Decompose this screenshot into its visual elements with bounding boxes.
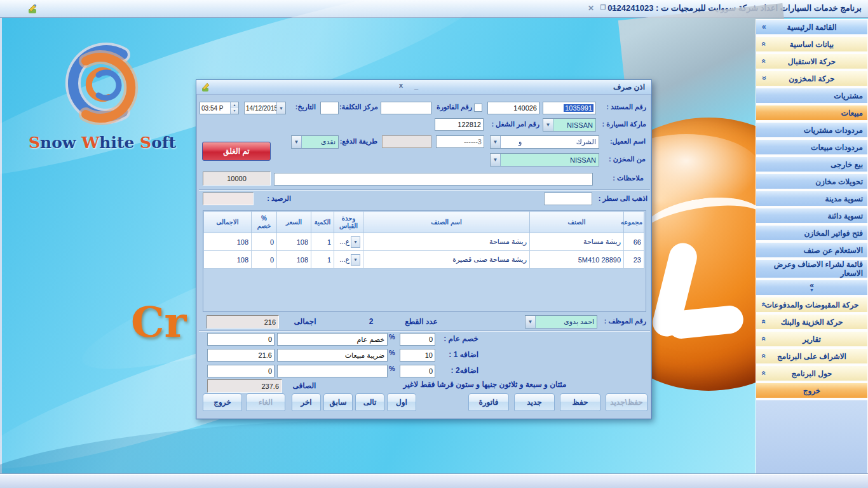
sidebar-item-8[interactable]: بيع خارجى bbox=[756, 157, 867, 172]
chevron-down-icon[interactable]: ▼ bbox=[351, 254, 360, 266]
cell-unit[interactable]: ▼ع... bbox=[334, 251, 363, 269]
dialog-button-2[interactable]: جديد bbox=[514, 393, 555, 411]
spin-down-icon[interactable]: ▼ bbox=[231, 108, 238, 114]
sidebar-label: حول البرنامج bbox=[791, 369, 832, 378]
customer-combo[interactable]: ▼ والشرك bbox=[490, 135, 599, 149]
sidebar-header-20[interactable]: »حول البرنامج bbox=[756, 366, 867, 381]
employee-combo[interactable]: ▼احمد بدوى bbox=[525, 315, 597, 329]
col-group[interactable]: مجموعه bbox=[624, 212, 644, 233]
cell-qty[interactable]: 1 bbox=[311, 233, 334, 251]
dialog-close-button[interactable]: x bbox=[396, 81, 406, 89]
sidebar-item-10[interactable]: تسوية مدينة bbox=[756, 191, 867, 206]
payment-combo[interactable]: ▼نقدى bbox=[291, 135, 339, 149]
chevron-down-icon[interactable]: ▼ bbox=[491, 136, 501, 148]
cell-total[interactable]: 108 bbox=[204, 251, 252, 269]
col-price[interactable]: السعر bbox=[277, 212, 311, 233]
col-discount[interactable]: % خصم bbox=[252, 212, 277, 233]
sidebar-label: الاستعلام عن صنف bbox=[804, 246, 863, 255]
cell-group[interactable]: 66 bbox=[624, 233, 644, 251]
spin-up-icon[interactable]: ▲ bbox=[231, 102, 238, 108]
cell-group[interactable]: 23 bbox=[624, 251, 644, 269]
dialog-titlebar[interactable]: x _ اذن صرف bbox=[196, 80, 651, 95]
col-item-name[interactable]: اسم الصنف bbox=[363, 212, 530, 233]
sidebar-header-19[interactable]: »الاشراف على البرنامج bbox=[756, 349, 867, 363]
cell-disc[interactable]: 0 bbox=[252, 251, 277, 269]
sidebar-filler bbox=[756, 400, 867, 473]
chevron-down-icon[interactable]: ▼ bbox=[543, 119, 553, 131]
sidebar-item-4[interactable]: مشتريات bbox=[756, 88, 867, 103]
table-row-0[interactable]: 66ريشة مساحةريشة مساحة▼ع...11080108 bbox=[204, 233, 644, 251]
sidebar-item-21[interactable]: خروج bbox=[756, 383, 867, 398]
table-row-1[interactable]: 235M410 28890ريشة مساحة صنى قصيرة▼ع...11… bbox=[204, 251, 644, 269]
car-brand-combo[interactable]: ▼NISSAN bbox=[543, 118, 596, 132]
sidebar-header-2[interactable]: »حركة الاستقبال bbox=[756, 54, 867, 69]
cell-qty[interactable]: 1 bbox=[311, 251, 334, 269]
invoice-checkbox[interactable] bbox=[474, 104, 482, 112]
time-spinner[interactable]: ▲▼ bbox=[230, 102, 238, 114]
cell-disc[interactable]: 0 bbox=[252, 233, 277, 251]
cell-price[interactable]: 108 bbox=[277, 251, 311, 269]
chevron-down-icon[interactable]: ▼ bbox=[491, 154, 501, 166]
dialog-minimize-button[interactable]: _ bbox=[411, 82, 421, 90]
discount-pct-input[interactable]: 0 bbox=[400, 333, 435, 346]
sidebar-header-17[interactable]: »حركة الخزينة والبنك bbox=[756, 315, 867, 329]
time-picker[interactable]: 03:54 P ▲▼ bbox=[200, 102, 239, 114]
sidebar-item-13[interactable]: الاستعلام عن صنف bbox=[756, 243, 867, 257]
cell-name[interactable]: ريشة مساحة bbox=[363, 233, 530, 251]
cell-price[interactable]: 108 bbox=[277, 233, 311, 251]
sidebar-header-18[interactable]: »تقارير bbox=[756, 332, 867, 346]
sidebar-item-6[interactable]: مردودات مشتريات bbox=[756, 123, 867, 137]
date-picker[interactable]: 14/12/2015▼ bbox=[244, 102, 286, 114]
discount-value-input[interactable]: 0 bbox=[207, 333, 275, 346]
add1-pct-input[interactable]: 10 bbox=[400, 349, 435, 362]
goto-line-input[interactable] bbox=[544, 193, 592, 205]
amount-box: 10000 bbox=[203, 172, 271, 186]
sidebar-header-16[interactable]: »حركة المقبوضات والمدفوعات bbox=[756, 297, 867, 312]
col-unit[interactable]: وحدة القياس bbox=[334, 212, 363, 233]
sidebar-item-5[interactable]: مبيعات bbox=[756, 105, 867, 120]
dialog-button-7[interactable]: اخر bbox=[292, 393, 321, 411]
warehouse-combo[interactable]: ▼NISSAN bbox=[490, 153, 599, 166]
sidebar-header-0[interactable]: »القائمة الرئيسية bbox=[756, 20, 867, 34]
chevron-down-icon[interactable]: ▼ bbox=[292, 136, 302, 148]
col-item[interactable]: الصنف bbox=[530, 212, 624, 233]
add1-name-input[interactable]: ضريبة مبيعات bbox=[277, 349, 388, 362]
add2-name-input[interactable] bbox=[277, 365, 388, 377]
cell-code[interactable]: 5M410 28890 bbox=[530, 251, 624, 269]
dialog-button-9[interactable]: خروج bbox=[203, 393, 242, 411]
cell-unit[interactable]: ▼ع... bbox=[334, 233, 363, 251]
add1-value-input[interactable]: 21.6 bbox=[207, 349, 275, 362]
dialog-button-6[interactable]: سابق bbox=[323, 393, 353, 411]
add2-value-input[interactable]: 0 bbox=[207, 365, 275, 377]
col-total[interactable]: الاجمالى bbox=[204, 212, 252, 233]
reference-input[interactable]: ------3 bbox=[436, 135, 484, 148]
add2-pct-input[interactable]: 0 bbox=[400, 365, 435, 377]
chevron-down-icon[interactable]: ▼ bbox=[351, 236, 360, 248]
cost-center-input[interactable] bbox=[320, 102, 339, 114]
discount-name-input[interactable]: خصم عام bbox=[277, 333, 388, 346]
dialog-button-1[interactable]: حفظ bbox=[560, 393, 600, 411]
sidebar-item-9[interactable]: تحويلات مخازن bbox=[756, 174, 867, 189]
invoice-input[interactable] bbox=[381, 102, 431, 114]
cell-name[interactable]: ريشة مساحة صنى قصيرة bbox=[363, 251, 530, 269]
dialog-button-4[interactable]: اول bbox=[387, 393, 416, 411]
chevron-down-icon[interactable]: ▼ bbox=[526, 316, 536, 328]
date-dropdown-icon[interactable]: ▼ bbox=[276, 102, 285, 114]
doc-no-input[interactable]: 1035991 bbox=[543, 102, 596, 114]
sidebar-item-12[interactable]: فتح فواتير المخازن bbox=[756, 226, 867, 240]
doc-no2-input[interactable]: 140026 bbox=[487, 102, 539, 114]
cell-code[interactable]: ريشة مساحة bbox=[530, 233, 624, 251]
sidebar-item-7[interactable]: مردودات مبيعات bbox=[756, 140, 867, 154]
col-qty[interactable]: الكمية bbox=[311, 212, 334, 233]
dialog-button-3[interactable]: فاتورة bbox=[468, 393, 509, 411]
sidebar-item-14[interactable]: قائمة لشراء الاصناف وعرض الاسعار bbox=[756, 260, 867, 278]
sidebar-item-15[interactable]: »▼ bbox=[756, 280, 867, 295]
notes-input[interactable] bbox=[274, 173, 593, 186]
dialog-button-5[interactable]: تالى bbox=[355, 393, 384, 411]
sidebar-header-1[interactable]: »بيانات اساسية bbox=[756, 37, 867, 51]
cell-total[interactable]: 108 bbox=[204, 233, 252, 251]
sidebar-header-3[interactable]: »حركة المخزون bbox=[756, 71, 867, 86]
sidebar-item-11[interactable]: تسوية دائنة bbox=[756, 208, 867, 223]
closed-status-button[interactable]: تم الغلق bbox=[202, 142, 271, 161]
work-order-input[interactable]: 122812 bbox=[435, 118, 484, 131]
